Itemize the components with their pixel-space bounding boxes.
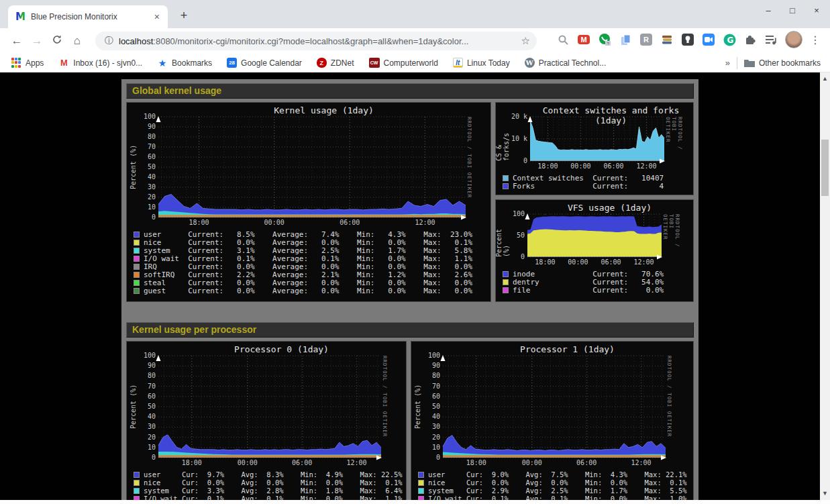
- y-tick-label: 20 k: [511, 113, 527, 120]
- scrollbar[interactable]: ▲ ▼: [820, 72, 830, 500]
- bookmark-google-calendar[interactable]: 28 Google Calendar: [227, 58, 302, 68]
- bookmark-inbox[interactable]: M Inbox (16) - sjvn0...: [58, 58, 142, 68]
- vfs-usage-graph[interactable]: VFS usage (1day)Percent (%)100500RRDTOOL…: [495, 199, 694, 302]
- rrdtool-watermark: RRDTOOL / TOBI OETIKER: [665, 117, 683, 161]
- section-header-kernel-per-processor: Kernel usage per processor: [126, 322, 694, 338]
- monitorix-favicon-icon: M: [15, 11, 25, 22]
- graph-title: Processor 1 (1day): [413, 344, 692, 356]
- other-bookmarks-button[interactable]: Other bookmarks: [744, 58, 821, 68]
- bookmark-practical-tech[interactable]: W Practical Technol...: [525, 58, 607, 68]
- scroll-down-arrow[interactable]: ▼: [820, 489, 830, 499]
- back-button[interactable]: ←: [7, 34, 27, 48]
- page-info-icon[interactable]: ⓘ: [105, 35, 113, 47]
- y-tick-label: 80: [148, 133, 156, 140]
- x-ticks: 18:0000:0006:0012:00: [530, 161, 664, 170]
- y-ticks: 20 k10 k0: [507, 117, 530, 161]
- bookmark-bookmarks[interactable]: ★ Bookmarks: [157, 58, 212, 68]
- extensions-puzzle-icon[interactable]: [743, 33, 757, 46]
- y-tick-label: 90: [432, 362, 440, 369]
- graph-legend: Context switches Current: 10407Forks Cur…: [503, 174, 692, 190]
- bookmark-linux-today[interactable]: lt Linux Today: [453, 58, 510, 68]
- playlist-extension-icon[interactable]: [764, 33, 778, 46]
- y-axis-label: CS & forks/s: [497, 117, 507, 161]
- y-tick-label: 80: [432, 372, 440, 379]
- y-tick-label: 70: [148, 143, 156, 150]
- x-tick-label: 00:00: [264, 219, 284, 226]
- y-ticks: 100500: [507, 214, 527, 257]
- browser-menu-icon[interactable]: ⋮: [810, 34, 821, 46]
- apps-grid-icon: [11, 58, 21, 68]
- y-tick-label: 0: [152, 454, 156, 461]
- y-tick-label: 60: [148, 393, 156, 400]
- legend-text: system Cur: 2.9% Avg: 2.5% Min: 1.7% Max…: [428, 487, 687, 495]
- y-tick-label: 60: [148, 153, 156, 160]
- grammarly-extension-icon[interactable]: G: [723, 33, 736, 46]
- bookmarks-separator: [737, 57, 737, 69]
- new-tab-button[interactable]: +: [176, 8, 192, 24]
- legend-row: I/O wait Cur: 0.1% Avg: 0.1% Min: 0.0% M…: [134, 495, 405, 500]
- reload-button[interactable]: [47, 34, 67, 48]
- scroll-up-arrow[interactable]: ▲: [820, 74, 830, 84]
- zoom-extension-icon[interactable]: [702, 33, 715, 46]
- plot-area: [527, 214, 662, 257]
- calendar-icon: 28: [227, 58, 237, 68]
- legend-swatch: [134, 248, 140, 254]
- bookmark-apps[interactable]: Apps: [11, 58, 44, 68]
- x-ticks: 18:0000:0006:0012:00: [527, 257, 662, 266]
- search-extension-icon[interactable]: [556, 33, 570, 46]
- forward-button[interactable]: →: [27, 34, 47, 48]
- bookmark-zdnet[interactable]: Z ZDNet: [317, 58, 354, 68]
- minimize-button[interactable]: –: [762, 5, 775, 15]
- google-voice-extension-icon[interactable]: ?: [598, 33, 611, 46]
- y-tick-label: 10: [148, 444, 156, 451]
- kernel-usage-graph[interactable]: Kernel usage (1day)Percent (%)1009080706…: [126, 102, 491, 302]
- processor-0-graph[interactable]: Processor 0 (1day)Percent (%)10090807060…: [126, 341, 407, 500]
- url-bar[interactable]: ⓘ localhost:8080/monitorix-cgi/monitorix…: [95, 32, 537, 50]
- legend-row: system Cur: 3.3% Avg: 2.8% Min: 1.8% Max…: [134, 487, 405, 495]
- y-tick-label: 20: [148, 193, 156, 201]
- legend-text: system Cur: 3.3% Avg: 2.8% Min: 1.8% Max…: [144, 487, 403, 495]
- home-button[interactable]: ⌂: [67, 34, 87, 48]
- browser-tab[interactable]: M Blue Precision Monitorix ×: [8, 5, 168, 28]
- r-extension-icon[interactable]: R: [639, 33, 653, 46]
- processor-1-graph[interactable]: Processor 1 (1day)Percent (%)10090807060…: [411, 341, 694, 500]
- legend-swatch: [134, 280, 140, 286]
- lamp-extension-icon[interactable]: [681, 33, 694, 46]
- y-tick-label: 0: [523, 157, 527, 164]
- legend-swatch: [134, 232, 140, 238]
- library-books-extension-icon[interactable]: [660, 33, 674, 46]
- x-tick-label: 06:00: [604, 162, 624, 170]
- y-tick-label: 100: [428, 352, 440, 359]
- y-tick-label: 20: [148, 434, 156, 441]
- x-tick-label: 06:00: [340, 219, 360, 226]
- profile-avatar[interactable]: [785, 31, 802, 48]
- context-switches-graph[interactable]: Context switches and forks (1day)CS & fo…: [495, 102, 694, 195]
- y-tick-label: 90: [148, 123, 156, 130]
- x-tick-label: 18:00: [535, 258, 555, 266]
- y-tick-label: 50: [432, 403, 440, 410]
- legend-row: dentry Current: 54.0%: [503, 278, 692, 286]
- bookmark-star-icon[interactable]: ☆: [521, 35, 530, 47]
- maximize-button[interactable]: □: [786, 5, 799, 15]
- legend-row: nice Cur: 0.0% Avg: 0.0% Min: 0.0% Max: …: [418, 478, 692, 487]
- gmail-extension-icon[interactable]: M: [577, 33, 590, 46]
- y-tick-label: 90: [148, 362, 156, 369]
- copy-pages-extension-icon[interactable]: [619, 33, 632, 46]
- rrdtool-watermark: RRDTOOL / TOBI OETIKER: [466, 117, 472, 217]
- bookmark-computerworld[interactable]: CW Computerworld: [369, 58, 438, 68]
- legend-swatch: [418, 480, 424, 486]
- x-tick-label: 18:00: [537, 162, 558, 170]
- tab-close-icon[interactable]: ×: [152, 11, 162, 22]
- rrdtool-watermark: RRDTOOL / TOBI OETIKER: [662, 214, 680, 257]
- close-button[interactable]: ×: [810, 5, 823, 15]
- x-tick-label: 00:00: [568, 258, 588, 266]
- y-tick-label: 70: [148, 383, 156, 390]
- x-tick-label: 12:00: [631, 459, 651, 466]
- x-tick-label: 12:00: [346, 459, 366, 466]
- scroll-thumb[interactable]: [821, 140, 829, 196]
- legend-swatch: [418, 472, 424, 478]
- x-ticks: 18:0000:0006:0012:00: [158, 217, 466, 227]
- legend-row: file Current: 0.0%: [503, 286, 692, 294]
- reload-icon: [52, 34, 62, 45]
- bookmarks-overflow-chevron[interactable]: »: [725, 58, 730, 68]
